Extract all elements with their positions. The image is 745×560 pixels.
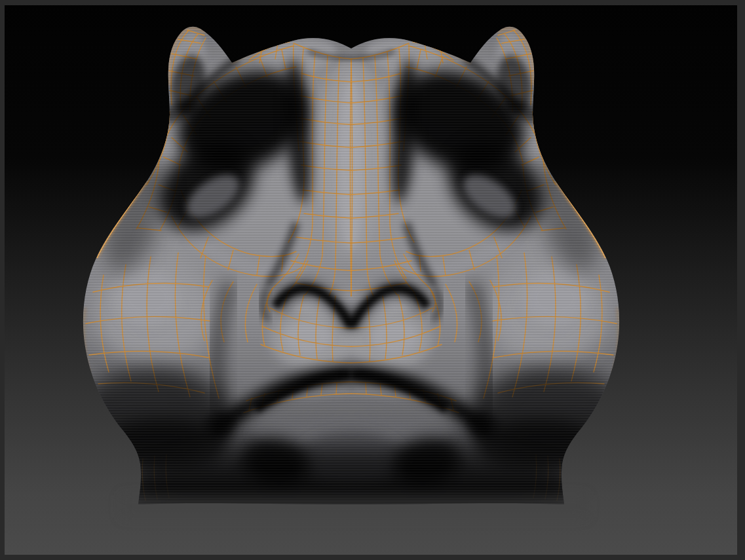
viewport bbox=[0, 0, 745, 560]
sculpt-canvas[interactable] bbox=[0, 0, 745, 560]
app-window bbox=[0, 0, 745, 560]
bottom-fade bbox=[121, 495, 586, 517]
